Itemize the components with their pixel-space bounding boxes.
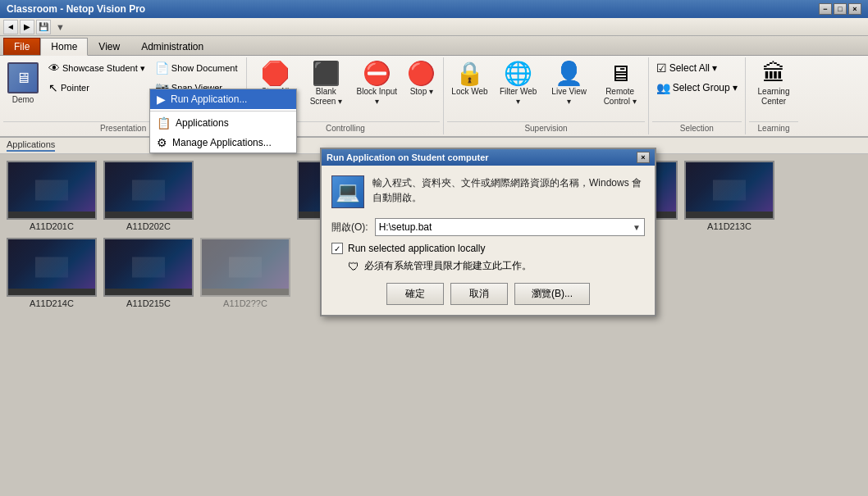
app-title: Classroom - Netop Vision Pro	[7, 3, 145, 15]
cancel-button[interactable]: 取消	[450, 283, 508, 305]
learning-group-label: Learning	[749, 121, 798, 133]
close-button[interactable]: ×	[848, 3, 861, 15]
window-controls: − □ ×	[819, 3, 861, 15]
stop-all-icon: 🛑	[261, 62, 290, 85]
manage-applications-item[interactable]: ⚙ Manage Applications...	[150, 133, 296, 152]
filter-web-icon: 🌐	[504, 62, 532, 85]
modal-buttons: 確定 取消 瀏覽(B)...	[331, 283, 645, 305]
filter-web-label: Filter Web ▾	[498, 87, 539, 107]
app-icon-symbol: 💻	[336, 180, 360, 203]
student-screen	[103, 161, 194, 220]
presentation-tab-applications[interactable]: Applications	[7, 139, 55, 152]
demo-label: Demo	[12, 95, 34, 104]
manage-app-label: Manage Applications...	[172, 137, 272, 148]
lock-web-icon: 🔒	[455, 62, 484, 85]
student-tile-a11d215c[interactable]: A11D215C	[103, 238, 194, 308]
tab-view[interactable]: View	[88, 38, 130, 55]
select-all-button[interactable]: ☑ Select All ▾	[652, 59, 742, 77]
remote-control-icon: 🖥	[609, 62, 632, 85]
applications-item[interactable]: 📋 Applications	[150, 113, 296, 133]
maximize-button[interactable]: □	[834, 3, 847, 15]
show-document-button[interactable]: 📄 Show Document	[151, 59, 244, 77]
browse-button[interactable]: 瀏覽(B)...	[514, 283, 590, 305]
open-row: 開啟(O): H:\setup.bat ▼	[331, 218, 645, 236]
run-local-checkbox[interactable]: ✓	[331, 243, 343, 254]
tab-administration[interactable]: Administration	[130, 38, 214, 55]
learning-center-icon: 🏛	[762, 62, 785, 85]
pointer-button[interactable]: ↖ Pointer	[44, 79, 149, 97]
dropdown-arrow-icon[interactable]: ▼	[633, 223, 641, 232]
student-name: A11D214C	[30, 298, 74, 308]
manage-app-icon: ⚙	[157, 136, 167, 149]
show-doc-label: Show Document	[171, 63, 238, 73]
student-tile-a11d202c[interactable]: A11D202C	[103, 161, 194, 231]
remote-control-button[interactable]: 🖥 Remote Control ▾	[596, 59, 645, 110]
select-all-label: Select All ▾	[669, 62, 718, 74]
stop-icon: 🔴	[407, 62, 436, 85]
open-label: 開啟(O):	[331, 221, 368, 234]
blank-screen-icon: ⬛	[312, 62, 340, 85]
select-group-button[interactable]: 👥 Select Group ▾	[652, 79, 742, 97]
ribbon-group-supervision: 🔒 Lock Web 🌐 Filter Web ▾ 👤 Live View ▾ …	[444, 57, 648, 134]
qa-btn-2[interactable]: ▶	[20, 20, 34, 34]
student-name: A11D201C	[30, 221, 74, 231]
show-doc-icon: 📄	[155, 61, 169, 75]
showcase-student-button[interactable]: 👁 Showcase Student ▾	[44, 59, 149, 77]
student-name: A11D213C	[707, 221, 752, 231]
open-input[interactable]: H:\setup.bat ▼	[375, 218, 645, 236]
checkbox-row: ✓ Run selected application locally	[331, 243, 645, 254]
showcase-label: Showcase Student ▾	[62, 63, 145, 74]
student-tile-a11d2xxc-2[interactable]: A11D2??C	[200, 238, 290, 308]
modal-app-icon: 💻	[331, 175, 364, 208]
checkbox-label: Run selected application locally	[348, 243, 485, 254]
quick-access-toolbar: ◄ ▶ 💾 ▼	[0, 18, 868, 36]
student-screen	[200, 238, 290, 297]
run-app-icon: ▶	[157, 93, 166, 106]
run-application-item[interactable]: ▶ Run Application...	[150, 89, 296, 109]
modal-title: Run Application on Student computer	[327, 152, 489, 162]
dropdown-arrow-icon[interactable]: ▼	[56, 22, 65, 32]
student-tile-a11d213c[interactable]: A11D213C	[684, 161, 774, 231]
block-input-label: Block Input ▾	[356, 87, 397, 107]
ribbon-group-selection: ☑ Select All ▾ 👥 Select Group ▾ Selectio…	[649, 57, 746, 134]
qa-btn-3[interactable]: 💾	[36, 20, 51, 34]
student-screen	[7, 161, 97, 220]
select-group-label: Select Group ▾	[673, 82, 738, 93]
block-input-button[interactable]: ⛔ Block Input ▾	[352, 59, 401, 110]
student-name: A11D2??C	[223, 298, 267, 308]
shield-text: 必須有系統管理員限才能建立此工作。	[364, 259, 532, 273]
lock-web-button[interactable]: 🔒 Lock Web	[447, 59, 491, 100]
modal-description: 輸入程式、資料夾、文件或網際網路資源的名稱，Windows 會自動開啟。	[372, 175, 645, 205]
open-value: H:\setup.bat	[379, 221, 432, 233]
stop-button[interactable]: 🔴 Stop ▾	[403, 59, 440, 100]
tab-home[interactable]: Home	[40, 38, 88, 56]
student-tile-a11d201c[interactable]: A11D201C	[7, 161, 97, 231]
modal-close-button[interactable]: ×	[637, 152, 650, 163]
student-tile-a11d214c[interactable]: A11D214C	[7, 238, 97, 308]
filter-web-button[interactable]: 🌐 Filter Web ▾	[494, 59, 543, 110]
lock-web-label: Lock Web	[451, 87, 487, 97]
blank-screen-label: Blank Screen ▾	[305, 87, 346, 107]
tab-file[interactable]: File	[3, 38, 40, 55]
start-application-dropdown: ▶ Run Application... 📋 Applications ⚙ Ma…	[149, 89, 297, 153]
qa-btn-1[interactable]: ◄	[3, 20, 18, 34]
showcase-col: 👁 Showcase Student ▾ ↖ Pointer	[44, 59, 149, 97]
supervision-content: 🔒 Lock Web 🌐 Filter Web ▾ 👤 Live View ▾ …	[447, 59, 644, 120]
learning-content: 🏛 Learning Center	[749, 59, 798, 120]
minimize-button[interactable]: −	[819, 3, 832, 15]
run-app-label: Run Application...	[171, 93, 247, 105]
select-group-icon: 👥	[656, 81, 670, 94]
blank-screen-button[interactable]: ⬛ Blank Screen ▾	[301, 59, 350, 110]
demo-icon: 🖥	[7, 62, 39, 93]
student-screen	[103, 238, 194, 297]
student-screen	[684, 161, 774, 220]
title-bar: Classroom - Netop Vision Pro − □ ×	[0, 0, 868, 18]
ok-button[interactable]: 確定	[386, 283, 444, 305]
block-input-icon: ⛔	[363, 62, 391, 85]
ribbon: 🖥 Demo 👁 Showcase Student ▾ ↖ Pointer 📄 …	[0, 56, 868, 138]
pointer-icon: ↖	[48, 81, 58, 94]
applications-label: Applications	[176, 117, 229, 129]
learning-center-button[interactable]: 🏛 Learning Center	[749, 59, 798, 110]
live-view-button[interactable]: 👤 Live View ▾	[545, 59, 594, 110]
student-name: A11D215C	[126, 298, 171, 308]
